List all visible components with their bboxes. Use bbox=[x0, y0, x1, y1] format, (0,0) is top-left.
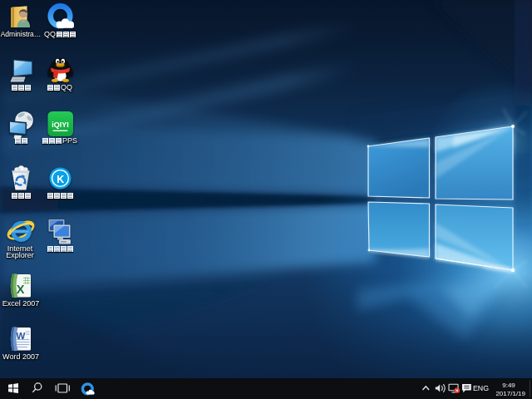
svg-text:9:49: 9:49 bbox=[502, 382, 515, 389]
svg-text:K: K bbox=[57, 174, 64, 185]
svg-text:ENG: ENG bbox=[473, 384, 489, 392]
svg-text:iQIYI: iQIYI bbox=[52, 121, 69, 129]
svg-text:X: X bbox=[17, 283, 25, 296]
svg-text:2017/1/19: 2017/1/19 bbox=[495, 390, 525, 397]
